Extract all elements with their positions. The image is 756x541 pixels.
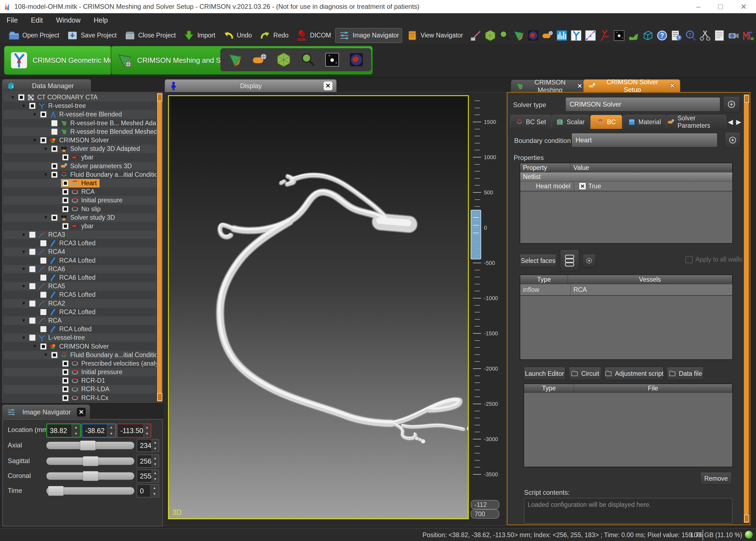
visibility-checkbox[interactable] bbox=[29, 266, 36, 272]
visibility-checkbox[interactable] bbox=[51, 146, 58, 152]
subtab-scalar[interactable]: Scalar bbox=[552, 115, 589, 129]
sagittal-slider[interactable] bbox=[46, 457, 134, 465]
toolbar-help-button[interactable]: ? bbox=[656, 28, 668, 43]
ruler-slider-handle[interactable] bbox=[471, 210, 481, 260]
tree-item-rcr-lda[interactable]: RCR-LDA bbox=[3, 385, 157, 393]
visibility-checkbox[interactable] bbox=[29, 232, 36, 238]
tree-item-solver-study-3d[interactable]: ▼Solver study 3D bbox=[3, 214, 157, 222]
expander-icon[interactable]: ▼ bbox=[19, 318, 29, 323]
slider-handle[interactable] bbox=[48, 486, 64, 496]
expander-icon[interactable]: ▼ bbox=[41, 215, 51, 220]
visibility-checkbox[interactable] bbox=[40, 137, 47, 144]
expander-icon[interactable]: ▼ bbox=[30, 138, 40, 143]
spinner-arrows[interactable]: ▲▼ bbox=[143, 424, 151, 437]
face-list-button[interactable] bbox=[560, 250, 579, 271]
expander-icon[interactable]: ▼ bbox=[41, 147, 51, 152]
display-close-icon[interactable]: ✕ bbox=[324, 82, 333, 90]
properties-group-netlist[interactable]: Netlist bbox=[520, 172, 732, 182]
tree-item-r-vessel-tree-blended-meshed[interactable]: R-vessel-tree Blended Meshed bbox=[3, 128, 157, 136]
tree-item-rca2[interactable]: ▼RCA2 bbox=[3, 299, 157, 308]
toolbar-vesselred-button[interactable] bbox=[598, 28, 611, 43]
visibility-checkbox[interactable] bbox=[51, 172, 58, 178]
tree-item-fluid-boundary-a-itial-conditions[interactable]: ▼Fluid Boundary a...itial Conditions bbox=[3, 171, 157, 179]
scrollbar-bottom-handle[interactable] bbox=[157, 393, 162, 401]
perspective-maginspect-tool[interactable] bbox=[301, 53, 315, 67]
visibility-checkbox[interactable] bbox=[51, 352, 58, 358]
visibility-checkbox[interactable] bbox=[40, 343, 47, 350]
menu-edit[interactable]: Edit bbox=[24, 13, 49, 27]
time-value-spinbox[interactable]: 0▲▼ bbox=[137, 484, 159, 497]
close-button[interactable]: ✕ bbox=[733, 0, 755, 13]
tree-item-ct-coronary-cta[interactable]: ▼CT CORONARY CTA bbox=[3, 93, 157, 102]
crimson-meshing-close-icon[interactable]: ✕ bbox=[576, 82, 584, 90]
visibility-checkbox[interactable] bbox=[29, 283, 36, 289]
visibility-checkbox[interactable] bbox=[40, 326, 47, 332]
visibility-checkbox[interactable] bbox=[40, 111, 47, 118]
expander-icon[interactable]: ▼ bbox=[19, 104, 29, 109]
spinner-arrows[interactable]: ▲▼ bbox=[152, 470, 159, 482]
tree-item-rca3-lofted[interactable]: RCA3 Lofted bbox=[3, 239, 157, 248]
visibility-checkbox[interactable] bbox=[29, 103, 36, 109]
toolbar-volume-button[interactable] bbox=[527, 28, 539, 43]
visibility-checkbox[interactable] bbox=[29, 300, 36, 307]
spinner-arrows[interactable]: ▲▼ bbox=[152, 439, 159, 451]
toolbar-import-button[interactable]: Import bbox=[180, 28, 218, 43]
tree-item-r-vessel-tree-blended[interactable]: ▼R-vessel-tree Blended bbox=[3, 110, 157, 119]
expander-icon[interactable]: ▼ bbox=[8, 95, 18, 100]
script-contents-textarea[interactable]: Loaded configuration will be displayed h… bbox=[524, 498, 732, 523]
circuit-button[interactable]: Circuit bbox=[569, 367, 601, 380]
tree-item-ybar[interactable]: ybar bbox=[3, 222, 157, 231]
visibility-checkbox[interactable] bbox=[62, 223, 69, 229]
visibility-checkbox[interactable] bbox=[51, 120, 58, 126]
tree-item-rca5[interactable]: ▼RCA5 bbox=[3, 282, 157, 290]
expander-icon[interactable]: ▼ bbox=[19, 267, 29, 271]
solver-scrollbar-bottom-handle[interactable] bbox=[744, 515, 749, 522]
spinner-arrows[interactable]: ▲▼ bbox=[72, 424, 80, 437]
crimson-solver-setup-close-icon[interactable]: ✕ bbox=[668, 82, 676, 90]
visibility-checkbox[interactable] bbox=[62, 180, 69, 187]
visibility-checkbox[interactable] bbox=[29, 317, 36, 324]
tree-item-rca[interactable]: RCA bbox=[3, 188, 157, 196]
properties-table[interactable]: Property Value Netlist Heart model ✕ Tru… bbox=[520, 163, 733, 244]
tree-item-rca2-lofted[interactable]: RCA2 Lofted bbox=[3, 308, 157, 316]
visibility-checkbox[interactable] bbox=[29, 249, 36, 255]
toolbar-save-project-button[interactable]: Save Project bbox=[63, 28, 120, 43]
vessels-table[interactable]: Type Vessels inflow RCA bbox=[520, 274, 733, 360]
location-coordinate-0[interactable]: 38.82▲▼ bbox=[46, 423, 81, 438]
maximize-button[interactable]: □ bbox=[709, 0, 731, 13]
visibility-checkbox[interactable] bbox=[62, 369, 69, 375]
toolbar-mitk-button[interactable] bbox=[742, 28, 754, 43]
tree-item-r-vessel-tree[interactable]: ▼R-vessel-tree bbox=[3, 102, 157, 110]
time-slider[interactable] bbox=[46, 487, 134, 495]
toolbar-warp-button[interactable] bbox=[627, 28, 640, 43]
expander-icon[interactable]: ▼ bbox=[19, 250, 29, 255]
visibility-checkbox[interactable] bbox=[40, 309, 47, 315]
tree-item-l-vessel-tree[interactable]: ▼L-vessel-tree bbox=[3, 333, 157, 342]
subtab-material[interactable]: Material bbox=[623, 115, 666, 129]
expander-icon[interactable]: ▼ bbox=[19, 301, 29, 306]
expander-icon[interactable]: ▼ bbox=[30, 112, 40, 117]
perspective-cone-tool[interactable] bbox=[228, 53, 242, 67]
toolbar-vessely-button[interactable] bbox=[570, 28, 582, 43]
apply-all-walls-checkbox[interactable] bbox=[685, 256, 693, 263]
expander-icon[interactable]: ▼ bbox=[19, 284, 29, 289]
perspective-meshing-solver-button[interactable]: CRIMSON Meshing and Solver Setup bbox=[111, 46, 373, 75]
perspective-pointset-tool[interactable] bbox=[325, 53, 339, 67]
toolbar-measure-button[interactable] bbox=[469, 28, 482, 43]
tab-image-navigator[interactable]: Image Navigator ✕ bbox=[2, 405, 90, 419]
tab-data-manager[interactable]: Data Manager bbox=[2, 79, 91, 92]
tree-item-r-vessel-tree-b-meshed-adapted[interactable]: R-vessel-tree B... Meshed Adapted bbox=[3, 119, 157, 128]
coronal-slider[interactable] bbox=[46, 472, 134, 480]
visibility-checkbox[interactable] bbox=[51, 215, 58, 221]
toolbar-helplist-button[interactable]: ? bbox=[670, 28, 683, 43]
toolbar-redo-button[interactable]: Redo bbox=[256, 28, 292, 43]
coronal-value-spinbox[interactable]: 255▲▼ bbox=[137, 469, 159, 483]
visibility-checkbox[interactable] bbox=[40, 258, 47, 264]
vessels-row-inflow[interactable]: inflow RCA bbox=[520, 284, 732, 296]
visibility-checkbox[interactable] bbox=[40, 291, 47, 298]
scrollbar-top-handle[interactable] bbox=[157, 94, 162, 101]
axial-value-spinbox[interactable]: 234▲▼ bbox=[137, 439, 159, 452]
visibility-checkbox[interactable] bbox=[51, 129, 58, 135]
toolbar-hex-button[interactable] bbox=[484, 28, 496, 43]
expander-icon[interactable]: ▼ bbox=[19, 335, 29, 340]
